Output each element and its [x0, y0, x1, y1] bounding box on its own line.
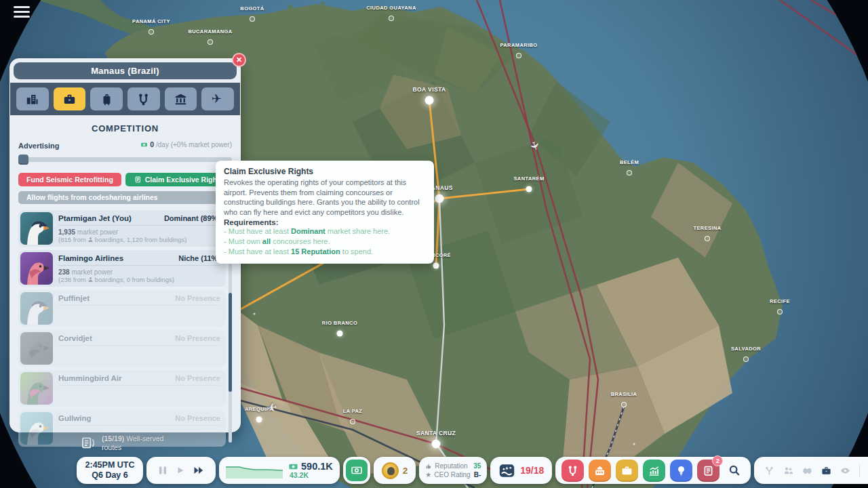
- staff-button[interactable]: [783, 466, 793, 476]
- airline-name: Hummingbird Air: [58, 374, 122, 382]
- ceo-rating-value: B-: [474, 470, 481, 479]
- play-icon[interactable]: [176, 466, 185, 475]
- competition-button[interactable]: [821, 466, 831, 476]
- airline-row[interactable]: Hummingbird AirNo Presence: [18, 370, 226, 407]
- airport-marker-ciudad-guayana[interactable]: [389, 16, 394, 21]
- tab-briefcase[interactable]: [54, 87, 86, 110]
- airport-marker-bel-m[interactable]: [627, 170, 632, 176]
- cash-display[interactable]: 590.1K 43.2K: [219, 457, 340, 484]
- tooltip-requirement: - Must have at least Dominant market sha…: [224, 226, 426, 237]
- news-button[interactable]: 2: [697, 460, 719, 482]
- airline-row[interactable]: PuffinjetNo Presence: [18, 290, 226, 327]
- airport-panel: ✕ Manaus (Brazil) ✈ Competition Advertis…: [9, 58, 241, 432]
- airline-row[interactable]: CorvidjetNo Presence: [18, 330, 226, 367]
- bulb-icon: [675, 465, 687, 476]
- tab-plane[interactable]: ✈: [201, 87, 234, 110]
- codeshare-toggle-button[interactable]: Allow flights from codesharing airlines: [18, 191, 232, 204]
- briefcase-icon: [63, 93, 76, 106]
- calendar-date: Q6 Day 6: [92, 470, 128, 481]
- star-icon: ★: [425, 472, 431, 479]
- advertising-slider[interactable]: [18, 155, 232, 165]
- routes-button[interactable]: [561, 460, 584, 482]
- airline-market-status: Dominant (89%): [164, 214, 220, 222]
- airline-market-status: No Presence: [175, 414, 220, 422]
- airline-name: Puffinjet: [58, 294, 90, 302]
- fleet-capacity-display[interactable]: 19/18: [490, 457, 552, 484]
- city-label: Teresina: [693, 225, 721, 231]
- time-display[interactable]: 2:45PM UTC Q6 Day 6: [77, 457, 143, 484]
- airport-marker-la-paz[interactable]: [350, 419, 355, 424]
- city-label: Bucaramanga: [188, 28, 232, 35]
- airplane-icon[interactable]: ✈: [526, 139, 543, 153]
- airport-marker-rio-branco[interactable]: [337, 331, 343, 337]
- airport-marker-paramaribo[interactable]: [516, 53, 521, 58]
- finances-button[interactable]: [346, 460, 368, 481]
- ideas-button[interactable]: [670, 460, 692, 482]
- airports-button[interactable]: [589, 460, 611, 482]
- airport-marker-recife[interactable]: [777, 309, 783, 314]
- airline-row[interactable]: GullwingNo Presence: [18, 410, 226, 447]
- reputation-value: 35: [473, 462, 481, 470]
- airline-avatar: [20, 412, 53, 445]
- airport-marker-bucaramanga[interactable]: [208, 39, 213, 45]
- business-button[interactable]: [616, 460, 638, 482]
- competition-section-title: Competition: [18, 123, 232, 134]
- fast-forward-icon[interactable]: [193, 465, 205, 476]
- cash-sparkline: [226, 462, 283, 479]
- action-buttons: 2: [555, 457, 751, 484]
- slider-handle[interactable]: [18, 155, 28, 165]
- airline-row[interactable]: Ptarmigan Jet (You)Dominant (89%)1,935 m…: [18, 210, 226, 247]
- airline-name: Ptarmigan Jet (You): [58, 214, 132, 222]
- reputation-display[interactable]: Reputation 35 ★ CEO Rating B-: [419, 457, 487, 484]
- tab-concourse[interactable]: [165, 87, 197, 110]
- airport-marker-panam-city[interactable]: [149, 29, 154, 35]
- airport-marker-arequipa[interactable]: [256, 417, 262, 423]
- city-label: Santa Cruz: [416, 430, 456, 436]
- airport-marker-manaus[interactable]: [435, 195, 444, 203]
- airport-marker-boa-vista[interactable]: [425, 96, 434, 105]
- airline-row[interactable]: Flamingo AirlinesNiche (11%)238 market p…: [18, 250, 226, 287]
- menu-hamburger-icon[interactable]: [14, 6, 30, 20]
- handshake-icon: [802, 466, 812, 476]
- city-icon: [26, 93, 39, 106]
- advertising-value: 0/day (+0% market power): [140, 140, 232, 148]
- airline-avatar: [20, 252, 53, 285]
- airport-marker-salvador[interactable]: [743, 357, 749, 362]
- airport-marker-brasilia[interactable]: [621, 402, 627, 407]
- ceo-rating-label: CEO Rating: [434, 470, 470, 479]
- plane-icon: ✈: [212, 93, 224, 106]
- airport-panel-tabs: ✈: [10, 83, 240, 115]
- fleet-icon: [498, 463, 515, 479]
- airplane-icon[interactable]: ✈: [266, 399, 278, 415]
- people-icon: [783, 466, 793, 476]
- fund-seismic-retrofitting-button[interactable]: Fund Seismic Retrofitting: [18, 173, 121, 186]
- scrollbar-thumb[interactable]: [229, 293, 232, 392]
- airline-market-status: Niche (11%): [178, 254, 220, 262]
- airline-market-status: No Presence: [175, 294, 220, 302]
- airport-marker-santar-m[interactable]: [526, 186, 532, 192]
- stats-button[interactable]: [643, 460, 665, 482]
- speed-controls: [146, 457, 216, 484]
- airport-icon: [594, 465, 606, 476]
- network-button[interactable]: [764, 466, 774, 476]
- airline-avatar: [20, 212, 53, 245]
- tab-luggage[interactable]: [90, 87, 123, 110]
- tab-route[interactable]: [127, 87, 160, 110]
- airport-panel-title: Manaus (Brazil): [14, 62, 237, 79]
- airport-marker-manicor-[interactable]: [433, 263, 439, 269]
- coin-display[interactable]: 2: [374, 457, 416, 484]
- alliances-button[interactable]: [802, 466, 812, 476]
- airport-marker-teresina[interactable]: [705, 236, 710, 241]
- overview-button[interactable]: [840, 466, 850, 476]
- route-icon: [567, 465, 578, 476]
- cash-amount: 590.1K: [301, 462, 333, 472]
- close-icon[interactable]: ✕: [232, 53, 246, 67]
- route-icon: [137, 93, 150, 106]
- eye-icon: [840, 466, 850, 476]
- airport-marker-bogot-[interactable]: [250, 16, 255, 22]
- pause-icon[interactable]: [157, 465, 168, 476]
- city-label: Ciudad Guayana: [366, 5, 416, 11]
- search-button[interactable]: [724, 460, 745, 482]
- airport-marker-santa-cruz[interactable]: [432, 440, 441, 449]
- tab-city[interactable]: [16, 87, 49, 110]
